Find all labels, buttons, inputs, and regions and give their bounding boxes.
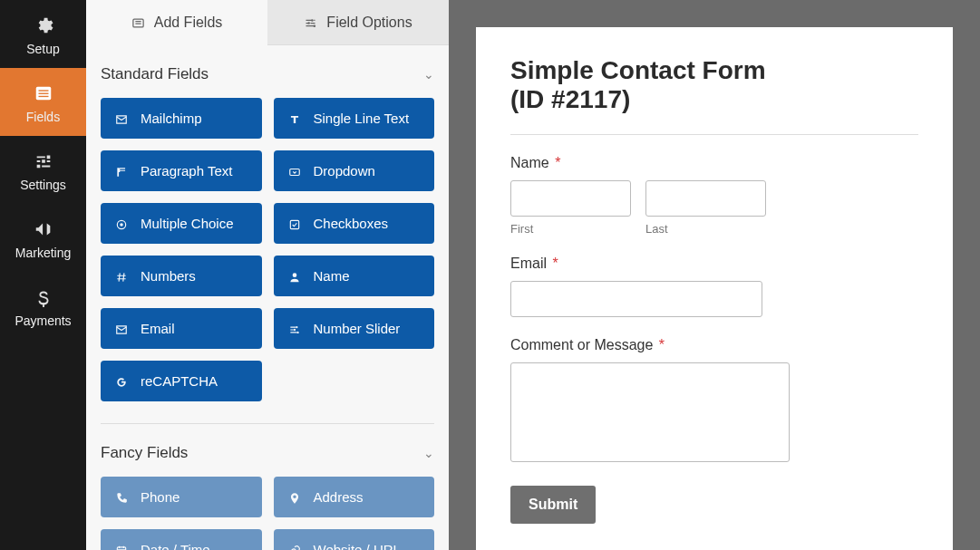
- field-type-single-line-text[interactable]: Single Line Text: [274, 98, 435, 139]
- field-comment[interactable]: Comment or Message *: [510, 337, 918, 466]
- first-sublabel: First: [510, 222, 631, 236]
- comment-textarea[interactable]: [510, 362, 790, 462]
- required-asterisk: *: [552, 256, 558, 271]
- panel-body[interactable]: Standard Fields ⌄ MailchimpSingle Line T…: [86, 45, 449, 550]
- list-icon: [34, 81, 53, 104]
- pin-icon: [286, 489, 303, 504]
- field-type-phone[interactable]: Phone: [101, 477, 262, 517]
- check-icon: [286, 216, 303, 230]
- chevron-down-icon: ⌄: [423, 446, 434, 460]
- tab-field-options[interactable]: Field Options: [267, 0, 449, 45]
- svg-point-14: [292, 273, 296, 277]
- gear-icon: [34, 13, 53, 36]
- svg-rect-10: [289, 169, 299, 175]
- text-icon: [286, 111, 303, 125]
- field-type-label: Numbers: [141, 268, 196, 284]
- sliders-icon: [34, 149, 53, 172]
- section-standard-head[interactable]: Standard Fields ⌄: [101, 45, 434, 98]
- field-type-numbers[interactable]: Numbers: [101, 256, 262, 296]
- nav-settings[interactable]: Settings: [0, 136, 86, 204]
- svg-rect-3: [38, 95, 48, 96]
- phone-icon: [113, 489, 130, 504]
- fancy-fields-grid: PhoneAddressDate / TimeWebsite / URL: [101, 477, 434, 550]
- svg-point-9: [314, 25, 316, 28]
- field-type-label: Date / Time: [141, 542, 210, 550]
- field-type-label: Checkboxes: [314, 216, 389, 231]
- tab-add-fields-label: Add Fields: [154, 14, 223, 31]
- tab-add-fields[interactable]: Add Fields: [86, 0, 267, 45]
- svg-point-17: [296, 331, 298, 333]
- field-type-checkboxes[interactable]: Checkboxes: [274, 203, 435, 244]
- field-type-label: Website / URL: [314, 542, 401, 550]
- field-type-label: Address: [314, 489, 364, 505]
- hash-icon: [113, 268, 130, 283]
- first-name-input[interactable]: [510, 180, 631, 217]
- field-type-label: Name: [314, 268, 350, 284]
- nav-marketing[interactable]: Marketing: [0, 204, 86, 272]
- standard-fields-grid: MailchimpSingle Line TextParagraph TextD…: [101, 98, 434, 401]
- field-type-dropdown[interactable]: Dropdown: [274, 150, 435, 191]
- svg-point-16: [293, 328, 295, 330]
- field-type-label: Paragraph Text: [141, 163, 232, 179]
- svg-point-7: [311, 19, 314, 22]
- envelope-icon: [113, 321, 130, 335]
- field-type-website-url[interactable]: Website / URL: [274, 529, 435, 550]
- field-type-mailchimp[interactable]: Mailchimp: [101, 98, 262, 139]
- fields-panel: Add Fields Field Options Standard Fields…: [86, 0, 449, 550]
- field-type-label: Dropdown: [314, 163, 375, 179]
- cal-icon: [113, 542, 130, 550]
- comment-label: Comment or Message *: [510, 337, 918, 353]
- submit-button[interactable]: Submit: [510, 486, 596, 524]
- envelope-icon: [113, 111, 130, 125]
- last-name-input[interactable]: [645, 180, 766, 217]
- field-type-label: Mailchimp: [141, 111, 202, 126]
- dropdown-icon: [286, 163, 303, 178]
- nav-payments-label: Payments: [15, 314, 71, 328]
- field-email[interactable]: Email *: [510, 256, 918, 317]
- nav-payments[interactable]: Payments: [0, 272, 86, 340]
- nav-fields[interactable]: Fields: [0, 68, 86, 136]
- field-type-email[interactable]: Email: [101, 308, 262, 349]
- section-fancy-label: Fancy Fields: [101, 444, 188, 462]
- field-type-number-slider[interactable]: Number Slider: [274, 308, 435, 349]
- form-preview: Simple Contact Form (ID #2117) Name * Fi…: [476, 27, 953, 550]
- nav-setup-label: Setup: [26, 42, 60, 56]
- nav-setup[interactable]: Setup: [0, 0, 86, 68]
- field-type-address[interactable]: Address: [274, 477, 435, 517]
- panel-tabs: Add Fields Field Options: [86, 0, 449, 45]
- g-icon: [113, 373, 130, 388]
- field-name[interactable]: Name * First Last: [510, 155, 918, 236]
- field-type-paragraph-text[interactable]: Paragraph Text: [101, 150, 262, 191]
- email-input[interactable]: [510, 281, 762, 317]
- svg-point-12: [120, 223, 123, 227]
- svg-rect-13: [290, 220, 298, 228]
- svg-point-15: [296, 326, 297, 328]
- field-options-icon: [304, 14, 317, 31]
- field-type-date-time[interactable]: Date / Time: [101, 529, 262, 550]
- field-type-label: Phone: [141, 489, 180, 505]
- form-title-text: Simple Contact Form: [510, 56, 766, 84]
- form-title: Simple Contact Form (ID #2117): [510, 56, 918, 114]
- field-type-label: Email: [141, 321, 175, 336]
- link-icon: [286, 542, 303, 550]
- required-asterisk: *: [659, 337, 665, 352]
- field-type-label: Single Line Text: [314, 111, 410, 126]
- field-type-multiple-choice[interactable]: Multiple Choice: [101, 203, 262, 244]
- para-icon: [113, 163, 130, 178]
- chevron-down-icon: ⌄: [423, 67, 434, 82]
- name-label: Name *: [510, 155, 918, 171]
- title-divider: [510, 134, 918, 135]
- sliders-icon: [286, 321, 303, 335]
- nav-fields-label: Fields: [26, 110, 60, 124]
- nav-settings-label: Settings: [20, 178, 66, 192]
- email-label: Email *: [510, 256, 918, 272]
- field-type-label: Number Slider: [314, 321, 401, 336]
- svg-point-8: [308, 23, 311, 25]
- field-type-name[interactable]: Name: [274, 256, 435, 296]
- field-type-recaptcha[interactable]: reCAPTCHA: [101, 361, 262, 401]
- nav-rail: Setup Fields Settings Marketing Payments: [0, 0, 86, 550]
- radio-icon: [113, 216, 130, 230]
- preview-area: Simple Contact Form (ID #2117) Name * Fi…: [449, 0, 980, 550]
- add-fields-icon: [131, 14, 145, 31]
- section-fancy-head[interactable]: Fancy Fields ⌄: [101, 424, 434, 477]
